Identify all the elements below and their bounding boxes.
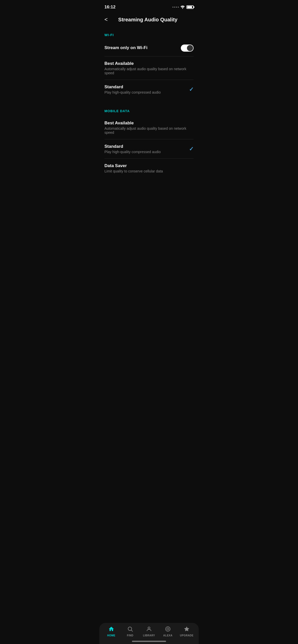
mobile-best-available-subtitle: Automatically adjust audio quality based… [104,126,194,135]
toggle-knob [187,45,193,51]
wifi-standard-title: Standard [104,84,189,90]
settings-content: WI-FI Stream only on Wi-Fi Best Availabl… [99,28,199,203]
wifi-best-available-row[interactable]: Best Available Automatically adjust audi… [99,56,199,80]
wifi-standard-subtitle: Play high-quality compressed audio [104,90,189,94]
wifi-standard-checkmark: ✓ [189,86,194,93]
back-button[interactable]: < [104,15,110,24]
page-title: Streaming Audio Quality [110,17,194,23]
stream-only-wifi-text: Stream only on Wi-Fi [104,45,181,51]
mobile-data-saver-row[interactable]: Data Saver Limit quality to conserve cel… [99,159,199,178]
mobile-data-saver-subtitle: Limit quality to conserve cellular data [104,169,194,173]
wifi-section-header: WI-FI [99,28,199,40]
mobile-standard-title: Standard [104,144,189,149]
mobile-best-available-row[interactable]: Best Available Automatically adjust audi… [99,116,199,139]
mobile-standard-row[interactable]: Standard Play high-quality compressed au… [99,139,199,158]
battery-icon [186,5,194,9]
wifi-best-available-subtitle: Automatically adjust audio quality based… [104,67,194,75]
stream-only-wifi-toggle[interactable] [181,45,194,52]
mobile-best-available-text: Best Available Automatically adjust audi… [104,121,194,135]
mobile-standard-checkmark: ✓ [189,146,194,152]
mobile-standard-text: Standard Play high-quality compressed au… [104,144,189,154]
wifi-icon [180,5,185,9]
status-time: 16:12 [104,5,115,10]
mobile-data-saver-text: Data Saver Limit quality to conserve cel… [104,163,194,173]
signal-dots-icon [172,7,179,8]
svg-point-0 [182,8,183,9]
mobile-best-available-title: Best Available [104,121,194,126]
mobile-data-section-header: MOBILE DATA [99,104,199,116]
wifi-best-available-text: Best Available Automatically adjust audi… [104,61,194,75]
mobile-standard-subtitle: Play high-quality compressed audio [104,150,189,154]
wifi-standard-text: Standard Play high-quality compressed au… [104,84,189,94]
stream-only-wifi-title: Stream only on Wi-Fi [104,45,181,50]
nav-header: < Streaming Audio Quality [99,13,199,28]
stream-only-wifi-row[interactable]: Stream only on Wi-Fi [99,40,199,56]
wifi-standard-row[interactable]: Standard Play high-quality compressed au… [99,80,199,99]
status-bar: 16:12 [99,0,199,13]
mobile-data-saver-title: Data Saver [104,163,194,168]
status-icons [172,5,194,9]
wifi-best-available-title: Best Available [104,61,194,66]
